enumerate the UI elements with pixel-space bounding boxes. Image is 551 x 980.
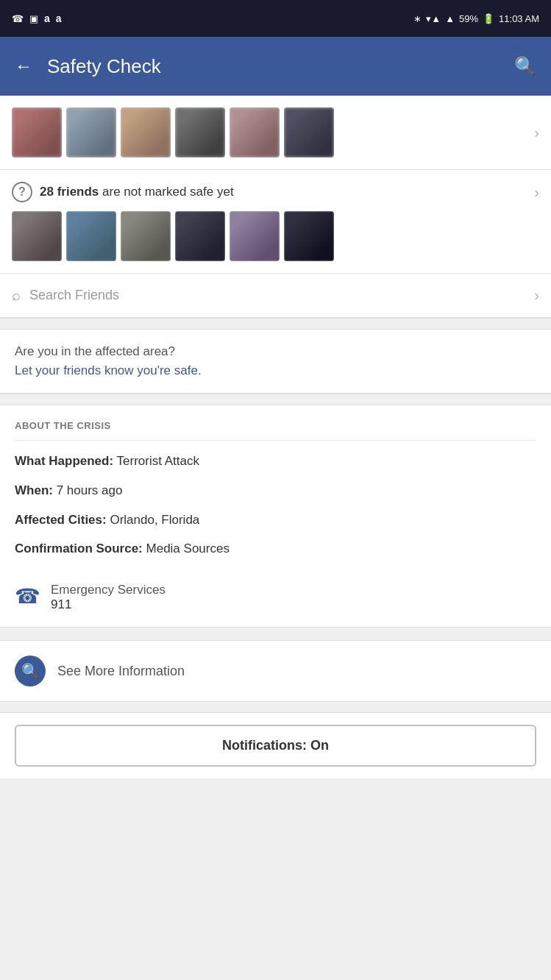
more-info-row[interactable]: 🔍 See More Information (0, 640, 551, 701)
avatar (230, 211, 280, 261)
amazon2-icon: a (56, 13, 62, 24)
not-safe-section: ? 28 friends are not marked safe yet › (0, 170, 551, 274)
more-info-divider (0, 627, 551, 640)
page-title: Safety Check (47, 55, 514, 78)
bottom-divider (0, 701, 551, 713)
unsafe-friends-avatars (12, 211, 539, 261)
status-bar-right: ∗ ▾▲ ▲ 59% 🔋 11:03 AM (413, 13, 539, 24)
avatar (175, 107, 225, 157)
not-safe-count: 28 friends (40, 185, 99, 199)
when-label: When: (15, 483, 53, 497)
area-prompt-section: Are you in the affected area? Let your f… (0, 330, 551, 394)
status-bar: ☎ ▣ a a ∗ ▾▲ ▲ 59% 🔋 11:03 AM (0, 0, 551, 37)
bluetooth-icon: ∗ (413, 13, 422, 24)
avatar (230, 107, 280, 157)
avatar (12, 211, 62, 261)
avatar (175, 211, 225, 261)
not-safe-header: ? 28 friends are not marked safe yet › (12, 182, 539, 202)
search-friends-inner: ⌕ Search Friends (12, 287, 119, 304)
battery-text: 59% (459, 13, 478, 24)
crisis-heading: ABOUT THE CRISIS (15, 420, 536, 441)
wifi-icon: ▾▲ (426, 13, 441, 24)
not-safe-text: 28 friends are not marked safe yet (40, 185, 234, 199)
confirmation-value: Media Sources (143, 542, 230, 555)
not-safe-suffix: are not marked safe yet (99, 185, 233, 199)
amazon-icon: a (44, 13, 50, 24)
signal-icon: ▲ (445, 13, 455, 24)
more-info-label: See More Information (57, 664, 185, 679)
avatar (284, 107, 334, 157)
what-happened-value: Terrorist Attack (113, 454, 199, 468)
avatar (121, 211, 171, 261)
avatar (66, 107, 116, 157)
affected-cities-row: Affected Cities: Orlando, Florida (15, 511, 536, 529)
emergency-section: ☎ Emergency Services 911 (15, 569, 536, 612)
when-value: 7 hours ago (53, 483, 123, 497)
avatar (284, 211, 334, 261)
avatar (66, 211, 116, 261)
confirmation-row: Confirmation Source: Media Sources (15, 540, 536, 558)
whatsapp-icon: ☎ (12, 13, 24, 24)
divider2 (0, 394, 551, 405)
what-happened-row: What Happened: Terrorist Attack (15, 452, 536, 470)
friends-safe-section[interactable]: › (0, 96, 551, 170)
status-bar-left: ☎ ▣ a a (12, 13, 62, 24)
affected-cities-value: Orlando, Florida (107, 513, 200, 527)
chevron-right-search: › (534, 287, 539, 304)
info-icon: 🔍 (21, 662, 40, 680)
notifications-button[interactable]: Notifications: On (15, 725, 536, 767)
emergency-details: Emergency Services 911 (51, 583, 166, 612)
time-display: 11:03 AM (499, 13, 539, 24)
chevron-right-icon: › (534, 124, 539, 141)
battery-icon: 🔋 (483, 13, 494, 24)
emergency-number: 911 (51, 597, 166, 612)
notifications-wrapper: Notifications: On (0, 713, 551, 778)
avatar (12, 107, 62, 157)
question-mark-icon: ? (12, 182, 32, 202)
photo-icon: ▣ (29, 13, 38, 24)
not-safe-title-row: ? 28 friends are not marked safe yet (12, 182, 234, 202)
safe-friends-avatars (12, 107, 334, 157)
emergency-label: Emergency Services (51, 583, 166, 597)
search-friends-label: Search Friends (29, 288, 119, 303)
area-prompt-question: Are you in the affected area? (15, 344, 536, 359)
avatar (121, 107, 171, 157)
affected-cities-label: Affected Cities: (15, 513, 107, 527)
info-circle-icon: 🔍 (15, 656, 46, 686)
app-bar: ← Safety Check 🔍 (0, 37, 551, 96)
area-prompt-link[interactable]: Let your friends know you're safe. (15, 363, 536, 378)
confirmation-label: Confirmation Source: (15, 542, 143, 555)
phone-icon: ☎ (15, 584, 40, 608)
chevron-right-icon-unsafe: › (534, 184, 539, 201)
crisis-section: ABOUT THE CRISIS What Happened: Terroris… (0, 405, 551, 627)
search-friends-row[interactable]: ⌕ Search Friends › (0, 274, 551, 318)
search-icon: ⌕ (12, 287, 21, 304)
what-happened-label: What Happened: (15, 454, 113, 468)
search-button[interactable]: 🔍 (514, 56, 536, 77)
when-row: When: 7 hours ago (15, 482, 536, 500)
back-button[interactable]: ← (15, 56, 32, 77)
divider (0, 318, 551, 330)
